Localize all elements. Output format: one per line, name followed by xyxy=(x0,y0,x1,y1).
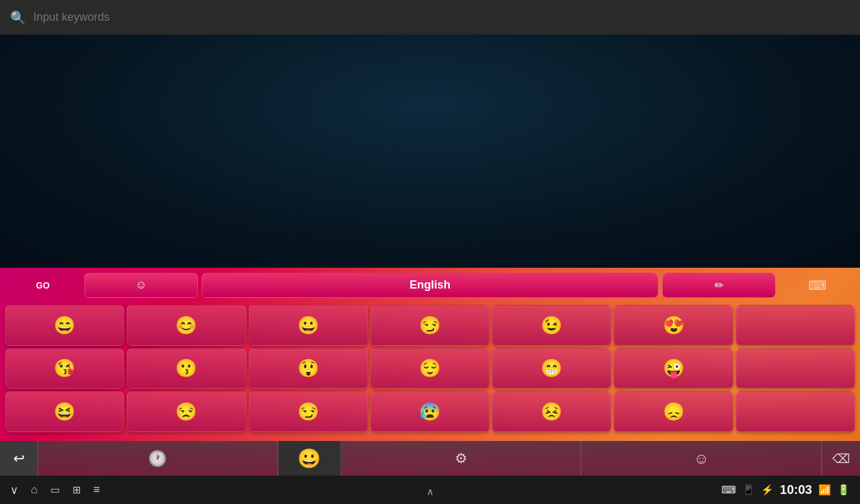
back-icon: ↩ xyxy=(13,450,25,467)
delete-button[interactable]: ⌫ xyxy=(822,441,860,476)
emoji-key-smile[interactable]: 😊 xyxy=(127,305,246,346)
delete-icon: ⌫ xyxy=(832,451,850,466)
language-button[interactable]: English xyxy=(202,273,658,298)
emoji-key-empty2 xyxy=(736,348,855,389)
history-icon: 🕐 xyxy=(148,450,167,467)
battery-charging-icon: ⚡ xyxy=(761,484,774,496)
go-label: GO xyxy=(36,280,50,290)
emoji-key-heart-eyes[interactable]: 😍 xyxy=(614,305,733,346)
emoji-key-astonished[interactable]: 😲 xyxy=(249,348,368,389)
emoji-key-relieved[interactable]: 😌 xyxy=(370,348,490,389)
emoji-key-tongue[interactable]: 😜 xyxy=(614,348,733,389)
emoji-button[interactable]: ☺ xyxy=(84,273,198,298)
emoji-grid: 😄 😊 😀 😏 😉 😍 😘 😗 😲 😌 😁 😜 😆 😒 😏 😰 😣 😞 xyxy=(0,302,860,435)
status-bar: ∨ ⌂ ▭ ⊞ ≡ ∧ ⌨ 📱 ⚡ 10:03 📶 🔋 xyxy=(0,476,860,504)
main-area xyxy=(0,35,860,268)
emoji-key-cold-sweat[interactable]: 😰 xyxy=(370,391,490,432)
keyboard-container: GO ☺ English ✏ ⌨ 😄 😊 😀 😏 😉 😍 😘 😗 😲 😌 😁 😜 xyxy=(0,268,860,447)
status-right: ⌨ 📱 ⚡ 10:03 📶 🔋 xyxy=(721,483,850,497)
bottom-nav: ↩ 🕐 😀 ⚙ ☺ ⌫ xyxy=(0,441,860,476)
nav-buttons: ∨ ⌂ ▭ ⊞ ≡ xyxy=(10,483,100,497)
emoji-key-wink[interactable]: 😉 xyxy=(492,305,611,346)
handwrite-button[interactable]: ✏ xyxy=(662,273,776,298)
people-button[interactable]: ⚙ xyxy=(341,441,582,476)
emoji-icon: ☺ xyxy=(135,278,147,292)
battery-icon: 🔋 xyxy=(837,484,850,496)
nav-grid-icon[interactable]: ⊞ xyxy=(72,484,81,496)
nav-menu-icon[interactable]: ≡ xyxy=(93,483,100,496)
sim-icon: 📱 xyxy=(742,484,755,496)
center-up-arrow: ∧ xyxy=(427,486,434,498)
emoji-key-empty3 xyxy=(736,391,855,432)
emoji-key-kissing-heart[interactable]: 😘 xyxy=(5,348,124,389)
back-button[interactable]: ↩ xyxy=(0,441,38,476)
search-icon: 🔍 xyxy=(10,10,26,25)
keyboard-toggle-button[interactable]: ⌨ xyxy=(779,273,855,298)
emoji-key-unamused[interactable]: 😒 xyxy=(127,391,246,432)
emoji-key-smirk[interactable]: 😏 xyxy=(370,305,490,346)
history-button[interactable]: 🕐 xyxy=(38,441,278,476)
emoji-key-disappointed[interactable]: 😞 xyxy=(614,391,733,432)
emoji-key-grinning-teeth[interactable]: 😁 xyxy=(492,348,611,389)
nav-recent-icon[interactable]: ▭ xyxy=(50,484,60,496)
time-display: 10:03 xyxy=(780,483,812,497)
signal-icon: 📶 xyxy=(818,484,831,496)
nav-back-icon[interactable]: ∨ xyxy=(10,483,18,497)
emoji-key-grinning[interactable]: 😀 xyxy=(249,305,368,346)
go-button[interactable]: GO xyxy=(5,273,81,298)
emoji-tab-button[interactable]: 😀 xyxy=(278,441,341,476)
search-input[interactable] xyxy=(33,11,850,24)
emoji-key-empty1 xyxy=(736,305,855,346)
keyboard-status-icon: ⌨ xyxy=(721,484,736,496)
emoji-key-grin[interactable]: 😄 xyxy=(5,305,124,346)
emoji-key-persevere[interactable]: 😣 xyxy=(492,391,611,432)
emoji-key-smirk2[interactable]: 😏 xyxy=(249,391,368,432)
face-icon: ☺ xyxy=(694,450,709,467)
keyboard-icon: ⌨ xyxy=(808,278,827,293)
face-button[interactable]: ☺ xyxy=(582,441,822,476)
handwrite-icon: ✏ xyxy=(714,278,724,292)
emoji-tab-icon: 😀 xyxy=(297,447,321,469)
emoji-key-kissing[interactable]: 😗 xyxy=(127,348,246,389)
language-label: English xyxy=(410,278,450,292)
people-icon: ⚙ xyxy=(455,450,467,467)
nav-home-icon[interactable]: ⌂ xyxy=(31,483,38,496)
keyboard-toolbar: GO ☺ English ✏ ⌨ xyxy=(0,268,860,302)
search-bar: 🔍 xyxy=(0,0,860,35)
emoji-key-squinting[interactable]: 😆 xyxy=(5,391,124,432)
